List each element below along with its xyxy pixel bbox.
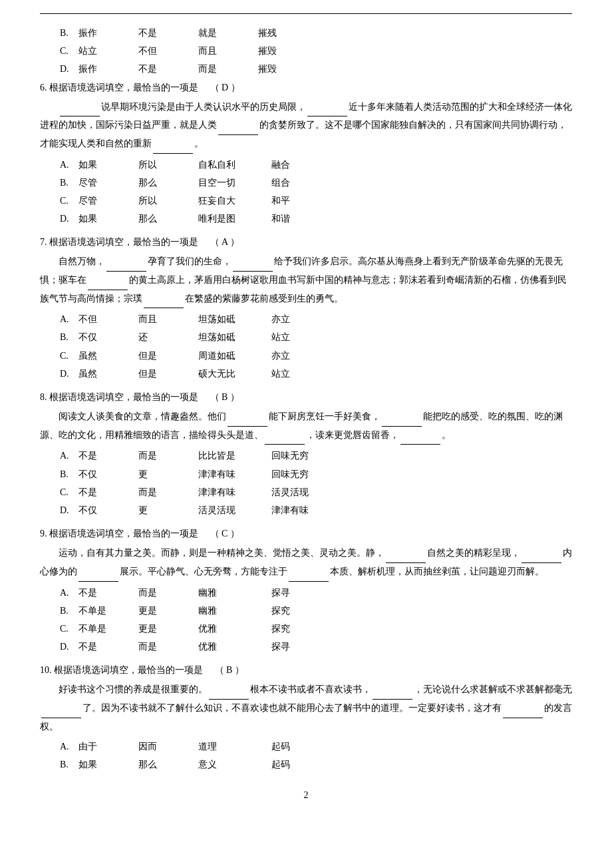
q9-a-col2: 而是 bbox=[138, 584, 198, 601]
q8-option-c: C. 不是 而是 津津有味 活灵活现 bbox=[60, 484, 572, 501]
q8-a-col2: 而是 bbox=[138, 447, 198, 464]
q9-d-col4: 探寻 bbox=[271, 638, 331, 655]
q7-d-letter: D. bbox=[60, 365, 78, 382]
q7-passage: 自然万物， 孕育了我们的生命， 给予我们许多启示。高尔基从海燕身上看到无产阶级革… bbox=[40, 253, 572, 308]
q10-b-letter: B. bbox=[60, 756, 78, 773]
q8-options: A. 不是 而是 比比皆是 回味无穷 B. 不仅 更 津津有味 回味无穷 C. … bbox=[60, 447, 572, 519]
q9-b-col2: 更是 bbox=[138, 602, 198, 619]
q10-b-col1: 如果 bbox=[78, 756, 138, 773]
question-7: 7. 根据语境选词填空，最恰当的一项是 （ A ） 自然万物， 孕育了我们的生命… bbox=[40, 234, 572, 382]
option-c-col1: 站立 bbox=[78, 43, 138, 59]
q6-d-letter: D. bbox=[60, 210, 78, 227]
q9-blank1 bbox=[386, 544, 426, 563]
q6-a-col3: 自私自利 bbox=[198, 156, 271, 173]
q7-option-d: D. 虽然 但是 硕大无比 站立 bbox=[60, 365, 572, 382]
q7-a-letter: A. bbox=[60, 311, 78, 327]
q9-b-letter: B. bbox=[60, 602, 78, 619]
option-b-col4: 摧残 bbox=[258, 25, 318, 41]
q6-option-c: C. 尽管 所以 狂妄自大 和平 bbox=[60, 192, 572, 209]
option-b-letter: B. bbox=[60, 25, 78, 41]
q9-d-letter: D. bbox=[60, 638, 78, 655]
q10-blank1 bbox=[209, 681, 249, 700]
q6-a-letter: A. bbox=[60, 156, 78, 173]
q8-number: 8. 根据语境选词填空，最恰当的一项是 bbox=[40, 392, 198, 402]
q7-d-col3: 硕大无比 bbox=[198, 365, 271, 382]
option-b-col3: 就是 bbox=[198, 25, 258, 41]
option-c-row: C. 站立 不但 而且 摧毁 bbox=[60, 43, 572, 59]
q10-option-b: B. 如果 那么 意义 起码 bbox=[60, 756, 572, 773]
q6-b-letter: B. bbox=[60, 174, 78, 191]
q9-blank3 bbox=[78, 563, 118, 582]
q9-number: 9. 根据语境选词填空，最恰当的一项是 bbox=[40, 529, 198, 539]
question-8: 8. 根据语境选词填空，最恰当的一项是 （ B ） 阅读文人谈美食的文章，情趣盎… bbox=[40, 389, 572, 519]
q8-d-col4: 津津有味 bbox=[271, 502, 331, 519]
q6-passage: 说早期环境污染是由于人类认识水平的历史局限， 近十多年来随着人类活动范围的扩大和… bbox=[40, 99, 572, 154]
q6-answer: （ D ） bbox=[201, 83, 240, 93]
q6-blank1 bbox=[60, 99, 100, 117]
option-d-row: D. 振作 不是 而是 摧毁 bbox=[60, 61, 572, 77]
q6-a-col4: 融合 bbox=[271, 156, 331, 173]
q7-a-col3: 坦荡如砥 bbox=[198, 311, 271, 327]
q9-blank4 bbox=[289, 563, 329, 582]
top-divider bbox=[40, 13, 572, 14]
q6-c-col1: 尽管 bbox=[78, 192, 138, 209]
q9-d-col3: 优雅 bbox=[198, 638, 271, 655]
q10-a-col3: 道理 bbox=[198, 738, 271, 755]
q10-a-col1: 由于 bbox=[78, 738, 138, 755]
q8-b-letter: B. bbox=[60, 466, 78, 483]
q9-a-col4: 探寻 bbox=[271, 584, 331, 601]
q7-a-col1: 不但 bbox=[78, 311, 138, 327]
q8-option-d: D. 不仅 更 活灵活现 津津有味 bbox=[60, 502, 572, 519]
q10-blank3 bbox=[41, 700, 81, 718]
q6-b-col3: 目空一切 bbox=[198, 174, 271, 191]
q8-b-col3: 津津有味 bbox=[198, 466, 271, 483]
q6-blank4 bbox=[153, 135, 193, 154]
q7-c-col2: 但是 bbox=[138, 347, 198, 364]
q7-option-c: C. 虽然 但是 周道如砥 亦立 bbox=[60, 347, 572, 364]
option-d-letter: D. bbox=[60, 61, 78, 77]
q8-a-col3: 比比皆是 bbox=[198, 447, 271, 464]
question-10: 10. 根据语境选词填空，最恰当的一项是 （ B ） 好读书这个习惯的养成是很重… bbox=[40, 662, 572, 773]
q7-blank3 bbox=[88, 272, 128, 290]
q8-title: 8. 根据语境选词填空，最恰当的一项是 （ B ） bbox=[40, 389, 572, 405]
q8-c-letter: C. bbox=[60, 484, 78, 501]
q7-c-col4: 亦立 bbox=[271, 347, 331, 364]
q6-title: 6. 根据语境选词填空，最恰当的一项是 （ D ） bbox=[40, 79, 572, 96]
q6-option-d: D. 如果 那么 唯利是图 和谐 bbox=[60, 210, 572, 227]
q9-d-col1: 不是 bbox=[78, 638, 138, 655]
q8-c-col4: 活灵活现 bbox=[271, 484, 331, 501]
q9-a-col3: 幽雅 bbox=[198, 584, 271, 601]
q8-passage: 阅读文人谈美食的文章，情趣盎然。他们 能下厨房烹饪一手好美食， 能把吃的感受、吃… bbox=[40, 408, 572, 445]
q8-blank4 bbox=[400, 427, 440, 445]
q9-title: 9. 根据语境选词填空，最恰当的一项是 （ C ） bbox=[40, 525, 572, 542]
q8-d-col3: 活灵活现 bbox=[198, 502, 271, 519]
q8-blank1 bbox=[228, 408, 267, 427]
q9-passage: 运动，自有其力量之美。而静，则是一种精神之美、觉悟之美、灵动之美。静， 自然之美… bbox=[40, 544, 572, 581]
q7-c-col3: 周道如砥 bbox=[198, 347, 271, 364]
q6-blank3 bbox=[218, 116, 258, 135]
q10-b-col3: 意义 bbox=[198, 756, 271, 773]
q8-blank2 bbox=[382, 408, 422, 427]
q6-option-a: A. 如果 所以 自私自利 融合 bbox=[60, 156, 572, 173]
q9-b-col4: 探究 bbox=[271, 602, 331, 619]
q7-option-a: A. 不但 而且 坦荡如砥 亦立 bbox=[60, 311, 572, 327]
q10-passage: 好读书这个习惯的养成是很重要的。 根本不读书或者不喜欢读书， ，无论说什么求甚解… bbox=[40, 681, 572, 736]
q8-d-col1: 不仅 bbox=[78, 502, 138, 519]
q7-d-col4: 站立 bbox=[271, 365, 331, 382]
q8-c-col3: 津津有味 bbox=[198, 484, 271, 501]
q7-option-b: B. 不仅 还 坦荡如砥 站立 bbox=[60, 329, 572, 345]
option-d-col4: 摧毁 bbox=[258, 61, 318, 77]
q6-c-col3: 狂妄自大 bbox=[198, 192, 271, 209]
q10-a-col2: 因而 bbox=[138, 738, 198, 755]
question-6: 6. 根据语境选词填空，最恰当的一项是 （ D ） 说早期环境污染是由于人类认识… bbox=[40, 79, 572, 228]
page-number: 2 bbox=[40, 787, 572, 803]
q8-d-col2: 更 bbox=[138, 502, 198, 519]
q6-blank2 bbox=[307, 99, 347, 117]
q8-c-col2: 而是 bbox=[138, 484, 198, 501]
q10-option-a: A. 由于 因而 道理 起码 bbox=[60, 738, 572, 755]
q9-c-col2: 更是 bbox=[138, 620, 198, 637]
option-b-col2: 不是 bbox=[138, 25, 198, 41]
q7-answer: （ A ） bbox=[201, 237, 239, 247]
q10-a-letter: A. bbox=[60, 738, 78, 755]
option-d-col1: 振作 bbox=[78, 61, 138, 77]
